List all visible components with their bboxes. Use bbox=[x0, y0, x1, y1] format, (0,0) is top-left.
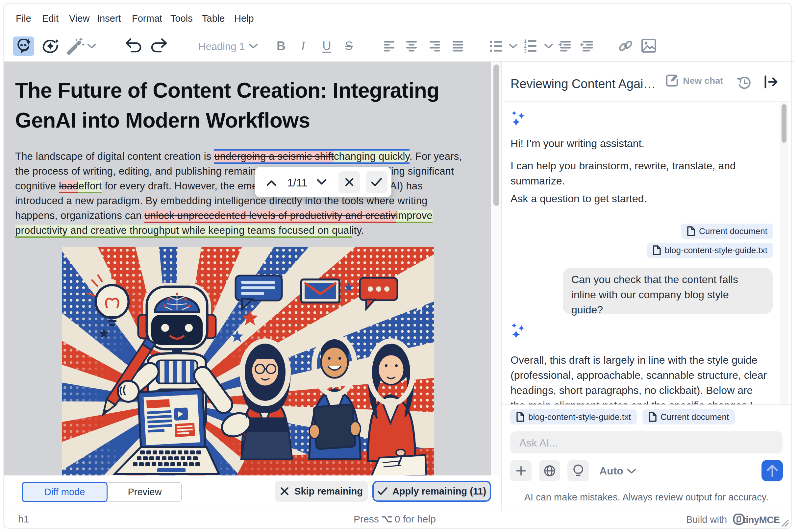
svg-text:1: 1 bbox=[524, 39, 527, 44]
svg-text:3: 3 bbox=[524, 48, 527, 53]
svg-text:2: 2 bbox=[524, 43, 527, 49]
